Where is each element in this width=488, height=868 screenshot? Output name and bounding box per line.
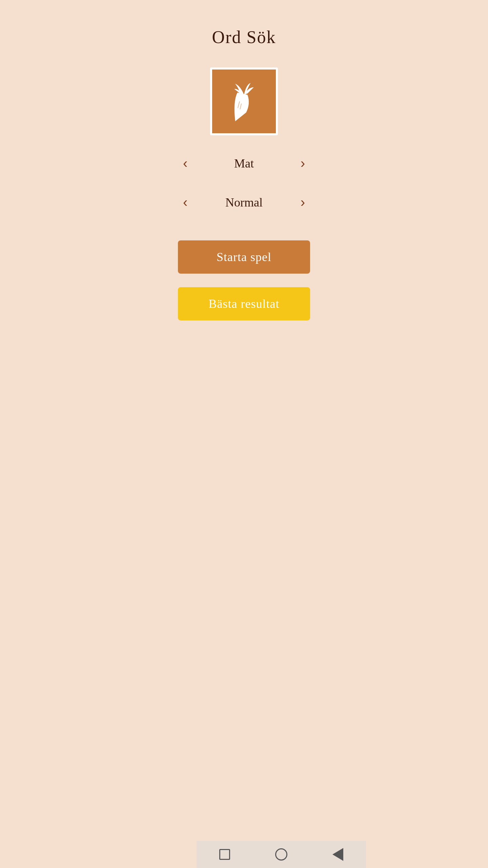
nav-recent-button[interactable] <box>219 849 230 860</box>
difficulty-next-button[interactable]: › <box>294 191 312 213</box>
best-results-button[interactable]: Bästa resultat <box>178 287 310 320</box>
category-prev-button[interactable]: ‹ <box>176 152 194 174</box>
main-screen: Ord Sök ‹ Mat › ‹ Normal › Starta spel B… <box>159 0 329 868</box>
carrot-icon <box>222 79 266 123</box>
category-selector: ‹ Mat › <box>176 152 312 174</box>
circle-icon <box>275 848 287 861</box>
difficulty-prev-button[interactable]: ‹ <box>176 191 194 213</box>
back-triangle-icon <box>332 848 343 861</box>
category-next-button[interactable]: › <box>294 152 312 174</box>
difficulty-selector: ‹ Normal › <box>176 191 312 213</box>
difficulty-label: Normal <box>194 195 293 210</box>
app-title: Ord Sök <box>212 27 276 47</box>
start-game-button[interactable]: Starta spel <box>178 240 310 274</box>
nav-back-button[interactable] <box>332 848 343 861</box>
square-icon <box>219 849 230 860</box>
navigation-bar <box>197 841 366 868</box>
nav-home-button[interactable] <box>275 848 287 861</box>
category-label: Mat <box>194 156 293 171</box>
category-icon-container <box>210 67 278 135</box>
